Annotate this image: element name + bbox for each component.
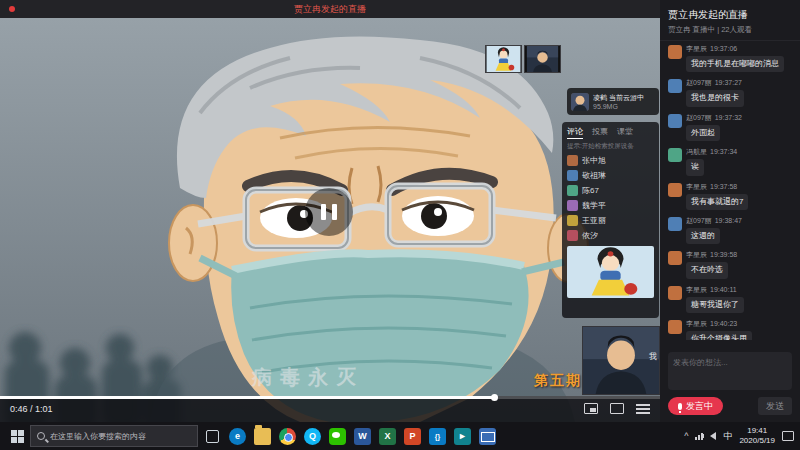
progress-bar[interactable] — [0, 396, 660, 399]
sender-name: 冯航星 — [686, 148, 707, 155]
avatar — [668, 251, 682, 265]
word-icon[interactable]: W — [350, 422, 375, 450]
chat-message: 赵097丽19:37:32外面起 — [668, 113, 796, 141]
message-text: 不在吟选 — [686, 262, 728, 278]
taskbar-apps: e Q W X P {} ► — [200, 422, 500, 450]
pause-button[interactable] — [305, 188, 353, 236]
avatar — [668, 45, 682, 59]
wechat-icon[interactable] — [325, 422, 350, 450]
chat-message: 李星辰19:40:23你升个摄像头用 — [668, 319, 796, 340]
network-indicator[interactable]: 凌鹤 当前云游中 95.9MG — [567, 88, 659, 115]
self-camera-label: 我 — [649, 351, 657, 362]
video-watermark: 病毒永灭 — [252, 364, 364, 391]
snow-white-thumbnail[interactable] — [485, 45, 522, 73]
chat-input[interactable]: 发表你的想法... — [668, 352, 792, 390]
sender-name: 赵097丽 — [686, 114, 712, 121]
avatar — [668, 320, 682, 334]
member-row[interactable]: 张中旭 — [567, 153, 654, 168]
chat-title: 贾立冉发起的直播 — [668, 8, 792, 22]
sender-name: 李星辰 — [686, 251, 707, 258]
vscode-icon[interactable]: {} — [425, 422, 450, 450]
message-text: 我的手机是在嘟嘟的消息 — [686, 56, 784, 72]
tab-comments[interactable]: 评论 — [567, 126, 583, 139]
tab-class[interactable]: 课堂 — [617, 126, 633, 139]
tray-expand-icon[interactable]: ^ — [684, 431, 688, 441]
member-name: 陈67 — [582, 185, 599, 196]
member-name: 依汐 — [582, 230, 598, 241]
chat-panel: 贾立冉发起的直播 贾立冉 直播中 | 22人观看 李星辰19:37:06我的手机… — [660, 0, 800, 422]
microphone-icon — [678, 403, 682, 410]
video-player[interactable]: 病毒永灭 第五期 科普战疫 凌鹤 当前云游中 95.9MG — [0, 18, 660, 422]
self-camera-view[interactable]: 我 — [582, 326, 660, 395]
tab-vote[interactable]: 投票 — [592, 126, 608, 139]
message-time: 19:39:58 — [710, 251, 737, 258]
chat-message: 冯航星19:37:34诶 — [668, 147, 796, 175]
windows-taskbar: 在这里输入你要搜索的内容 e Q W X P {} ► ^ 中 19:41 20… — [0, 422, 800, 450]
progress-handle[interactable] — [491, 394, 498, 401]
volume-icon[interactable] — [710, 432, 716, 440]
message-time: 19:37:27 — [715, 79, 742, 86]
recording-indicator-icon — [9, 6, 15, 12]
powerpoint-icon[interactable]: P — [400, 422, 425, 450]
network-indicator-title: 凌鹤 当前云游中 — [593, 93, 644, 103]
member-row[interactable]: 敬祖琳 — [567, 168, 654, 183]
task-view-icon[interactable] — [200, 422, 225, 450]
snow-white-preview[interactable] — [567, 246, 654, 298]
playlist-icon[interactable] — [636, 403, 650, 414]
chrome-icon[interactable] — [275, 422, 300, 450]
member-name: 魏学平 — [582, 200, 606, 211]
chat-message: 李星辰19:37:06我的手机是在嘟嘟的消息 — [668, 44, 796, 72]
member-row[interactable]: 陈67 — [567, 183, 654, 198]
taskbar-clock[interactable]: 19:41 2020/5/19 — [739, 426, 775, 446]
mail-icon[interactable] — [475, 422, 500, 450]
progress-fill — [0, 396, 495, 399]
message-time: 19:37:58 — [710, 183, 737, 190]
chat-message: 赵097丽19:38:47这週的 — [668, 216, 796, 244]
message-text: 你升个摄像头用 — [686, 331, 752, 340]
sender-name: 赵097丽 — [686, 79, 712, 86]
message-text: 糖哥我退你了 — [686, 297, 744, 313]
member-name: 张中旭 — [582, 155, 606, 166]
member-avatar — [567, 155, 578, 166]
clock-time: 19:41 — [747, 426, 767, 435]
excel-icon[interactable]: X — [375, 422, 400, 450]
member-avatar — [567, 215, 578, 226]
live-title: 贾立冉发起的直播 — [294, 3, 366, 16]
system-tray: ^ 中 19:41 2020/5/19 — [684, 426, 800, 446]
member-row[interactable]: 依汐 — [567, 228, 654, 243]
member-row[interactable]: 魏学平 — [567, 198, 654, 213]
avatar — [668, 148, 682, 162]
sender-name: 李星辰 — [686, 183, 707, 190]
member-name: 敬祖琳 — [582, 170, 606, 181]
windows-logo-icon — [11, 430, 24, 443]
avatar — [668, 79, 682, 93]
message-time: 19:37:34 — [710, 148, 737, 155]
member-panel: 评论 投票 课堂 提示:开始检索投屏设备 张中旭 敬祖琳 陈67 魏学平 王亚丽… — [562, 122, 659, 318]
edge-icon[interactable]: e — [225, 422, 250, 450]
send-button[interactable]: 发送 — [758, 397, 792, 415]
player-controls: 0:46 / 1:01 — [0, 396, 660, 422]
ime-indicator[interactable]: 中 — [723, 430, 732, 443]
network-indicator-avatar — [571, 93, 589, 111]
popup-window-icon[interactable] — [610, 403, 624, 414]
taskbar-search[interactable]: 在这里输入你要搜索的内容 — [30, 425, 198, 447]
chat-header: 贾立冉发起的直播 贾立冉 直播中 | 22人观看 — [660, 0, 800, 41]
avatar — [668, 217, 682, 231]
message-time: 19:37:06 — [710, 45, 737, 52]
chat-message-list[interactable]: 李星辰19:37:06我的手机是在嘟嘟的消息 赵097丽19:37:27我也是的… — [668, 44, 796, 340]
member-panel-hint: 提示:开始检索投屏设备 — [567, 142, 654, 151]
webcam-thumbnail[interactable] — [524, 45, 561, 73]
speaking-button[interactable]: 发言中 — [668, 397, 723, 415]
video-player-icon[interactable]: ► — [450, 422, 475, 450]
picture-in-picture-icon[interactable] — [584, 403, 598, 414]
chat-message: 李星辰19:39:58不在吟选 — [668, 250, 796, 278]
sender-name: 赵097丽 — [686, 217, 712, 224]
message-time: 19:40:11 — [710, 286, 737, 293]
start-button[interactable] — [4, 422, 30, 450]
message-text: 这週的 — [686, 228, 720, 244]
file-explorer-icon[interactable] — [250, 422, 275, 450]
action-center-icon[interactable] — [782, 431, 794, 441]
pause-icon — [332, 204, 337, 220]
qq-icon[interactable]: Q — [300, 422, 325, 450]
member-row[interactable]: 王亚丽 — [567, 213, 654, 228]
